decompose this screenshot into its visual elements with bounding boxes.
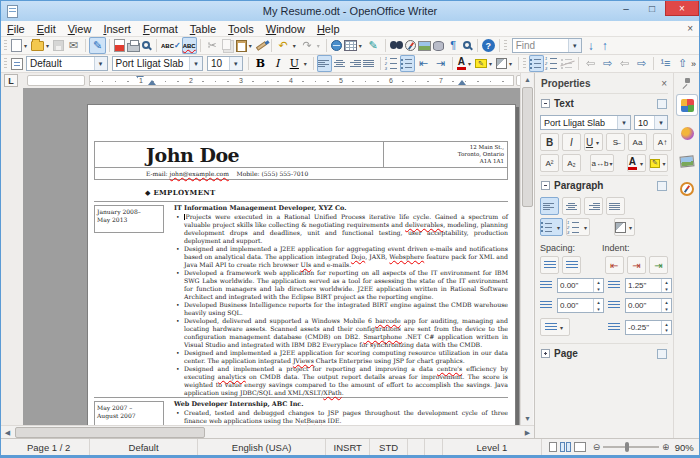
- font-name-combo[interactable]: Port Lligat Slab ▾: [112, 56, 203, 71]
- sidebar-strikethrough-button[interactable]: S̶: [606, 133, 625, 151]
- print-button[interactable]: [126, 37, 141, 54]
- spinner[interactable]: ▴▾: [661, 279, 671, 292]
- sidebar-align-right-button[interactable]: [584, 197, 603, 215]
- open-button[interactable]: ▾: [30, 37, 52, 54]
- find-input[interactable]: Find ▾: [512, 38, 582, 53]
- undo-button[interactable]: ↶▾: [275, 37, 299, 54]
- single-page-view-button[interactable]: [549, 442, 557, 452]
- toolbar-overflow-button[interactable]: »: [691, 59, 696, 69]
- chevron-down-icon[interactable]: ▾: [357, 42, 364, 49]
- numbering-on-off-button[interactable]: 123: [544, 55, 560, 72]
- vertical-scrollbar[interactable]: ▲ ▼: [520, 73, 533, 425]
- numbered-list-button[interactable]: 123: [384, 55, 400, 72]
- increase-indent-button[interactable]: ⇥: [432, 55, 449, 72]
- navigator-button[interactable]: [404, 37, 417, 54]
- demote-subpoints-button[interactable]: ⇨: [633, 55, 650, 72]
- tab-styles[interactable]: [677, 123, 697, 143]
- clone-formatting-button[interactable]: [255, 37, 268, 54]
- redo-button[interactable]: ↷▾: [299, 37, 323, 54]
- dialog-launcher-icon[interactable]: [657, 181, 667, 191]
- styles-and-formatting-button[interactable]: [10, 55, 24, 72]
- font-size-combo[interactable]: 10 ▾: [207, 56, 243, 71]
- formatting-marks-button[interactable]: ¶: [445, 37, 462, 54]
- menu-tools[interactable]: Tools: [222, 22, 260, 36]
- chevron-down-icon[interactable]: ▾: [302, 60, 309, 67]
- spinner[interactable]: ▴▾: [661, 321, 671, 334]
- promote-button[interactable]: ⇦: [582, 55, 599, 72]
- menu-file[interactable]: File: [1, 22, 31, 36]
- decrease-indent-button[interactable]: ⇤: [415, 55, 432, 72]
- text-section-header[interactable]: Text: [540, 93, 668, 112]
- sidebar-toggle-case-button[interactable]: Aa: [628, 133, 647, 151]
- status-outline-level[interactable]: Level 1: [443, 439, 541, 455]
- promote-subpoints-button[interactable]: ⇦: [616, 55, 633, 72]
- line-spacing-button[interactable]: ▾: [540, 318, 570, 336]
- draw-functions-button[interactable]: ✎: [365, 37, 382, 54]
- status-zoom-percent[interactable]: 90%: [669, 439, 699, 455]
- status-page-number[interactable]: Page 1 / 2: [1, 439, 90, 455]
- horizontal-scrollbar[interactable]: ◀ ▶: [1, 425, 534, 439]
- switch-indent-button[interactable]: ⇥: [649, 256, 668, 274]
- status-insert-mode[interactable]: INSRT: [326, 439, 370, 455]
- superscript-button[interactable]: A²: [540, 154, 559, 172]
- edit-file-button[interactable]: ✎: [89, 37, 106, 54]
- bullets-on-off-button[interactable]: [529, 55, 544, 72]
- bullets-toolbar-grip[interactable]: [523, 58, 526, 70]
- multi-page-view-button[interactable]: [560, 442, 571, 452]
- insert-unnumbered-button[interactable]: ¹≡: [657, 55, 674, 72]
- page-preview-button[interactable]: [141, 37, 153, 54]
- chevron-down-icon[interactable]: ▾: [291, 42, 298, 49]
- zoom-slider-thumb[interactable]: [625, 442, 629, 452]
- close-document-icon[interactable]: ×: [687, 23, 693, 34]
- vertical-scroll-thumb[interactable]: [522, 87, 533, 207]
- menu-view[interactable]: View: [62, 22, 98, 36]
- book-view-button[interactable]: [574, 442, 586, 452]
- sidebar-font-name-combo[interactable]: Port Lligat Slab ▾: [540, 115, 631, 130]
- demote-button[interactable]: ⇨: [599, 55, 616, 72]
- tab-stop-selector[interactable]: L: [4, 74, 18, 87]
- chevron-down-icon[interactable]: ▾: [189, 57, 202, 70]
- find-next-button[interactable]: ↓: [584, 39, 598, 53]
- below-spacing-field[interactable]: 0.00"▴▾: [557, 298, 604, 313]
- collapse-icon[interactable]: [541, 99, 550, 108]
- spinner[interactable]: ▴▾: [593, 279, 603, 292]
- decrease-spacing-button[interactable]: [562, 256, 581, 274]
- cut-button[interactable]: ✂: [204, 37, 221, 54]
- auto-spellcheck-button[interactable]: ABC: [182, 37, 197, 54]
- menu-insert[interactable]: Insert: [97, 22, 137, 36]
- spinner[interactable]: ▴▾: [593, 299, 603, 312]
- export-pdf-button[interactable]: [113, 37, 126, 54]
- sidebar-decrease-indent-button[interactable]: ⇥: [627, 256, 646, 274]
- sidebar-align-justify-button[interactable]: [606, 197, 625, 215]
- paragraph-background-button[interactable]: ▾: [614, 218, 635, 236]
- chevron-down-icon[interactable]: ▾: [487, 60, 494, 67]
- menu-window[interactable]: Window: [260, 22, 311, 36]
- maximize-button[interactable]: □: [639, 1, 665, 16]
- hyperlink-button[interactable]: [330, 37, 343, 54]
- menu-help[interactable]: Help: [311, 22, 346, 36]
- toolbar-grip[interactable]: [4, 58, 7, 70]
- sidebar-italic-button[interactable]: I: [562, 133, 581, 151]
- sidebar-bullet-list-button[interactable]: ▾: [540, 218, 563, 236]
- spelling-button[interactable]: ABC✓: [160, 37, 182, 54]
- bullet-list-button[interactable]: [400, 55, 415, 72]
- page-section-header[interactable]: Page: [540, 343, 668, 362]
- sidebar-menu-pin-icon[interactable]: [682, 77, 692, 87]
- align-center-button[interactable]: [332, 55, 347, 72]
- chevron-down-icon[interactable]: ▾: [617, 116, 630, 129]
- new-document-button[interactable]: ▾: [10, 37, 30, 54]
- horizontal-scroll-thumb[interactable]: [15, 427, 205, 438]
- chevron-down-icon[interactable]: ▾: [94, 57, 107, 70]
- zoom-button[interactable]: [462, 37, 474, 54]
- tab-navigator[interactable]: [677, 179, 697, 199]
- move-up-button[interactable]: ⇧: [674, 55, 691, 72]
- paragraph-style-combo[interactable]: Default ▾: [26, 56, 108, 71]
- minimize-button[interactable]: –: [613, 1, 639, 16]
- sidebar-font-color-button[interactable]: A▾: [627, 154, 646, 172]
- zoom-out-icon[interactable]: ⊖: [593, 442, 601, 452]
- chevron-down-icon[interactable]: ▾: [44, 42, 51, 49]
- menu-format[interactable]: Format: [137, 22, 184, 36]
- email-link[interactable]: john@example.com: [170, 170, 229, 177]
- document-page[interactable]: John Doe 12 Main St., Toronto, Ontario A…: [87, 104, 516, 425]
- right-indent-marker[interactable]: [458, 80, 466, 85]
